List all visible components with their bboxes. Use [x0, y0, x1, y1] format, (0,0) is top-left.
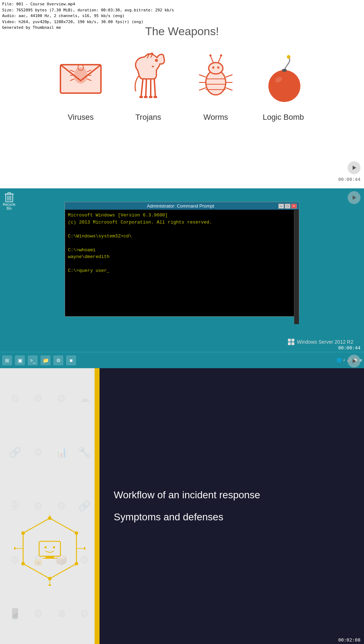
ir-bullet-2: Symptoms and defenses — [114, 511, 350, 523]
svg-point-63 — [21, 531, 25, 535]
ir-panel: ⊞ ▣ >_ 📁 ⚙ ■ 🌐 ⚡ 🔊 ⌚ ⊞ ⚙⚙⚙☁ 🔗⚙📊🔧 🗄⚙⚙🔗 ⚙🔒… — [0, 352, 364, 644]
taskbar: ⊞ ▣ >_ 📁 ⚙ ■ 🌐 ⚡ 🔊 ⌚ ⊞ — [0, 352, 364, 368]
cmd-line-3: C:\Windows\system32>cd\ — [68, 233, 212, 240]
taskbar-icon-2[interactable]: >_ — [28, 355, 38, 365]
cmd-line-4: C:\>whoami — [68, 247, 212, 254]
cmd-panel: Recycle Bin Administrator: Command Promp… — [0, 188, 364, 352]
cmd-scrollbar[interactable] — [294, 210, 299, 324]
worm-label: Worms — [203, 113, 228, 122]
svg-point-56 — [44, 546, 47, 548]
svg-line-35 — [226, 88, 232, 90]
svg-rect-16 — [144, 96, 148, 98]
weapons-panel: File: 001 - Course Overview.mp4 Size: 76… — [0, 0, 364, 188]
svg-line-12 — [146, 79, 146, 97]
cmd-title: Administrator: Command Prompt — [83, 203, 278, 209]
weapon-item-virus: Viruses — [52, 45, 109, 122]
trojan-label: Trojans — [135, 113, 161, 122]
svg-rect-50 — [291, 342, 294, 345]
svg-point-70 — [48, 584, 51, 586]
panel3-play-button[interactable] — [348, 355, 360, 367]
svg-line-33 — [226, 75, 232, 77]
weapon-item-logicbomb: Logic Bomb — [255, 45, 312, 122]
taskbar-icon-4[interactable]: ⚙ — [53, 355, 63, 365]
svg-rect-53 — [39, 541, 60, 556]
svg-rect-15 — [139, 96, 143, 98]
weapon-item-worm: Worms — [187, 45, 244, 122]
svg-point-24 — [220, 54, 222, 57]
svg-marker-71 — [353, 359, 356, 363]
svg-rect-18 — [154, 96, 157, 98]
taskbar-icon-5[interactable]: ■ — [66, 355, 76, 365]
weapons-row: Viruses — [52, 45, 312, 122]
yellow-accent-bar — [95, 368, 100, 644]
svg-rect-49 — [288, 342, 291, 345]
cmd-maximize-button[interactable]: □ — [285, 204, 290, 209]
panel3-timestamp: 00:02:08 — [338, 637, 360, 643]
svg-point-10 — [152, 66, 154, 67]
logicbomb-icon — [258, 45, 308, 109]
svg-line-23 — [218, 56, 221, 63]
svg-point-68 — [14, 547, 16, 550]
panel1-play-button[interactable] — [348, 161, 360, 174]
svg-point-9 — [155, 59, 158, 62]
svg-point-1 — [74, 68, 87, 83]
taskbar-icon-1[interactable]: ▣ — [15, 355, 25, 365]
svg-marker-52 — [23, 518, 76, 579]
svg-point-62 — [21, 562, 25, 565]
windows-server-label: Windows Server 2012 R2 — [288, 338, 353, 345]
svg-point-25 — [212, 66, 214, 69]
svg-line-14 — [154, 79, 155, 97]
svg-line-30 — [199, 75, 206, 77]
ir-bullet-1: Workflow of an incident response — [114, 489, 350, 501]
svg-rect-47 — [288, 339, 291, 342]
svg-point-22 — [209, 54, 212, 57]
worm-icon — [191, 45, 241, 109]
svg-rect-17 — [149, 96, 152, 98]
svg-line-21 — [210, 56, 213, 63]
cmd-window: Administrator: Command Prompt ─ □ ✕ Micr… — [65, 202, 299, 317]
cmd-minimize-button[interactable]: ─ — [278, 204, 284, 209]
panel2-play-button[interactable] — [348, 191, 360, 204]
panel2-timestamp: 00:00:44 — [338, 345, 360, 350]
ir-left-panel: ⚙⚙⚙☁ 🔗⚙📊🔧 🗄⚙⚙🔗 ⚙🔒📦⚙ 📱⚙🖥⚙ — [0, 368, 100, 644]
svg-rect-43 — [8, 193, 11, 194]
svg-rect-39 — [282, 69, 287, 72]
cmd-line-5: wayne\dmeredith — [68, 253, 212, 261]
ir-content: ⚙⚙⚙☁ 🔗⚙📊🔧 🗄⚙⚙🔗 ⚙🔒📦⚙ 📱⚙🖥⚙ — [0, 368, 364, 644]
file-metadata: File: 001 - Course Overview.mp4 Size: 76… — [0, 0, 176, 32]
svg-point-59 — [75, 531, 78, 535]
cmd-line-2: (c) 2013 Microsoft Corporation. All righ… — [68, 219, 212, 226]
recycle-bin-icon: Recycle Bin — [3, 191, 16, 210]
trojan-icon — [123, 45, 173, 109]
svg-point-26 — [217, 66, 219, 69]
svg-point-36 — [268, 70, 300, 102]
svg-marker-51 — [353, 195, 356, 200]
taskbar-start-icon[interactable]: ⊞ — [2, 355, 12, 365]
logicbomb-label: Logic Bomb — [263, 113, 304, 122]
svg-marker-40 — [353, 166, 356, 170]
svg-rect-48 — [291, 339, 294, 342]
svg-point-66 — [84, 547, 85, 550]
cmd-controls[interactable]: ─ □ ✕ — [278, 204, 297, 209]
virus-icon — [56, 45, 106, 109]
cmd-body: Microsoft Windows [Version 6.3.9600] (c)… — [65, 210, 215, 316]
svg-point-20 — [209, 63, 223, 74]
ir-right-panel: Workflow of an incident response Symptom… — [100, 368, 364, 644]
virus-label: Viruses — [68, 113, 94, 122]
svg-point-60 — [75, 562, 78, 565]
ir-bg-pattern: ⚙⚙⚙☁ 🔗⚙📊🔧 🗄⚙⚙🔗 ⚙🔒📦⚙ 📱⚙🖥⚙ — [0, 368, 100, 644]
cmd-close-button[interactable]: ✕ — [291, 204, 297, 209]
svg-point-37 — [287, 55, 290, 59]
svg-point-57 — [53, 546, 55, 548]
cmd-line-1: Microsoft Windows [Version 6.3.9600] — [68, 212, 212, 219]
taskbar-icon-3[interactable]: 📁 — [41, 355, 50, 365]
panel1-timestamp: 00:00:44 — [338, 177, 360, 182]
cmd-titlebar: Administrator: Command Prompt ─ □ ✕ — [65, 202, 299, 210]
svg-line-11 — [141, 79, 143, 97]
hexagon-graphic — [14, 515, 85, 587]
cmd-line-6: C:\>query user_ — [68, 267, 212, 274]
weapon-item-trojan: Trojans — [120, 45, 177, 122]
svg-line-32 — [199, 88, 206, 90]
